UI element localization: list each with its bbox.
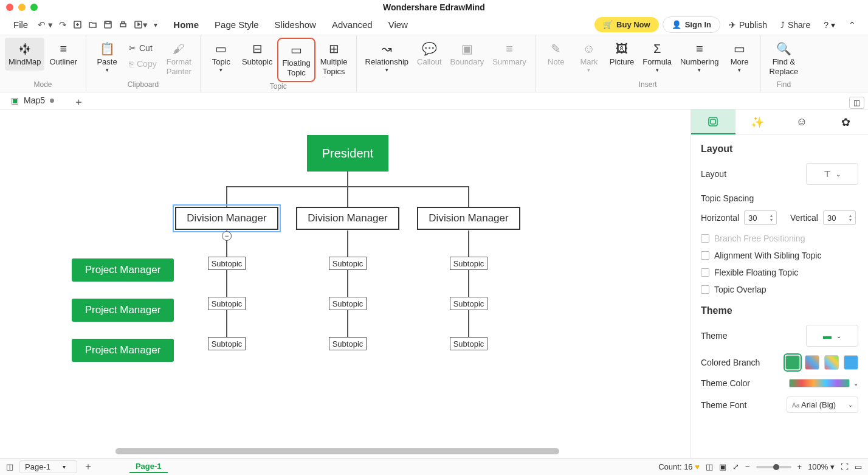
topic-button[interactable]: ▭Topic▾: [205, 38, 237, 77]
node-floating-2[interactable]: Project Manager: [72, 299, 174, 322]
find-replace-button[interactable]: 🔍Find & Replace: [766, 38, 802, 80]
node-root[interactable]: President: [307, 135, 388, 172]
fullscreen-button[interactable]: ⛶: [841, 462, 849, 471]
new-button[interactable]: [73, 20, 82, 29]
tab-view[interactable]: View: [382, 17, 414, 32]
zoom-thumb[interactable]: [773, 464, 779, 470]
spinner-arrows[interactable]: ▴▾: [849, 213, 852, 222]
undo-button[interactable]: ↶ ▾: [38, 19, 53, 30]
align-sibling-checkbox[interactable]: Alignment With Sibling Topic: [701, 251, 858, 260]
flexible-floating-checkbox[interactable]: Flexible Floating Topic: [701, 268, 858, 277]
node-division-2[interactable]: Division Manager: [296, 207, 399, 230]
node-subtopic[interactable]: Subtopic: [329, 297, 367, 310]
mark-button[interactable]: ☺Mark▾: [573, 38, 605, 77]
floating-topic-button[interactable]: ▭Floating Topic: [277, 38, 315, 82]
file-menu[interactable]: File: [7, 17, 34, 32]
outliner-button[interactable]: ≡Outliner: [46, 38, 81, 71]
vertical-spinner[interactable]: 30▴▾: [823, 210, 856, 225]
view-mode-2[interactable]: ▣: [719, 462, 726, 471]
paste-button[interactable]: 📋Paste▾: [91, 38, 123, 77]
more-button[interactable]: ▭More▾: [724, 38, 756, 77]
node-subtopic[interactable]: Subtopic: [329, 257, 367, 270]
side-tab-icons[interactable]: ☺: [780, 109, 824, 134]
theme-font-select[interactable]: Aa Arial (Big)⌄: [787, 397, 858, 413]
close-window[interactable]: [6, 4, 13, 11]
add-page-button[interactable]: ＋: [83, 460, 93, 473]
swatch-3[interactable]: [824, 355, 839, 370]
zoom-out-button[interactable]: −: [745, 462, 750, 471]
spinner-arrows[interactable]: ▴▾: [770, 213, 773, 222]
side-tab-clipart[interactable]: ✿: [824, 109, 868, 134]
minimize-panel-button[interactable]: ▭: [855, 462, 862, 471]
tab-page-style[interactable]: Page Style: [208, 17, 265, 32]
topic-overlap-checkbox[interactable]: Topic Overlap: [701, 285, 858, 294]
node-subtopic[interactable]: Subtopic: [450, 297, 487, 310]
zoom-slider[interactable]: [756, 466, 791, 468]
export-button[interactable]: ▾: [134, 19, 148, 30]
minimize-window[interactable]: [18, 4, 26, 11]
swatch-4[interactable]: [844, 355, 858, 370]
page-view-icon[interactable]: ◫: [6, 462, 13, 471]
swatch-2[interactable]: [805, 355, 819, 370]
share-button[interactable]: ⤴Share: [776, 20, 815, 30]
panel-toggle[interactable]: ◫: [849, 97, 864, 109]
sign-in-button[interactable]: 👤Sign In: [663, 16, 720, 33]
buy-now-button[interactable]: 🛒Buy Now: [594, 17, 659, 32]
zoom-in-button[interactable]: +: [797, 462, 802, 471]
canvas[interactable]: President Division Manager Division Mana…: [0, 109, 691, 458]
formula-button[interactable]: ΣFormula▾: [639, 38, 675, 77]
branch-free-checkbox[interactable]: Branch Free Positioning: [701, 234, 858, 243]
node-division-1[interactable]: Division Manager: [175, 207, 278, 230]
side-tab-style[interactable]: ✨: [735, 109, 780, 134]
theme-color-select[interactable]: ⌄: [789, 379, 858, 387]
maximize-window[interactable]: [30, 4, 38, 11]
layout-select[interactable]: ⊤⌄: [806, 163, 858, 185]
numbering-button[interactable]: ≡Numbering▾: [677, 38, 723, 77]
node-subtopic[interactable]: Subtopic: [208, 337, 246, 350]
callout-button[interactable]: 💬Callout: [413, 38, 445, 71]
node-floating-3[interactable]: Project Manager: [72, 339, 174, 362]
node-subtopic[interactable]: Subtopic: [450, 337, 487, 350]
document-tab[interactable]: ▣ Map5: [5, 93, 66, 109]
subtopic-button[interactable]: ⊟Subtopic: [238, 38, 277, 71]
relationship-button[interactable]: ↝Relationship▾: [362, 38, 413, 77]
horizontal-scrollbar[interactable]: [115, 448, 559, 454]
note-button[interactable]: ✎Note: [540, 38, 572, 71]
print-button[interactable]: [119, 20, 128, 29]
collapse-handle[interactable]: −: [222, 231, 232, 241]
zoom-value[interactable]: 100% ▾: [808, 462, 835, 471]
boundary-button[interactable]: ▣Boundary: [447, 38, 488, 71]
swatch-1[interactable]: [785, 355, 800, 370]
view-mode-1[interactable]: ◫: [706, 462, 713, 471]
tab-advanced[interactable]: Advanced: [326, 17, 379, 32]
redo-button[interactable]: ↷: [59, 19, 67, 30]
open-button[interactable]: [88, 20, 97, 29]
cut-button[interactable]: ✂Cut: [124, 41, 162, 55]
horizontal-spinner[interactable]: 30▴▾: [744, 210, 777, 225]
publish-button[interactable]: ✈Publish: [724, 20, 772, 30]
scroll-thumb[interactable]: [115, 448, 559, 454]
node-division-3[interactable]: Division Manager: [417, 207, 520, 230]
format-painter-button[interactable]: 🖌Format Painter: [163, 38, 195, 80]
theme-select[interactable]: ▬⌄: [806, 325, 858, 347]
node-subtopic[interactable]: Subtopic: [329, 337, 367, 350]
qat-customize[interactable]: ▾: [154, 21, 157, 29]
tab-home[interactable]: Home: [167, 17, 205, 32]
picture-button[interactable]: 🖼Picture: [606, 38, 638, 71]
save-button[interactable]: [103, 20, 112, 29]
multiple-topics-button[interactable]: ⊞Multiple Topics: [317, 38, 351, 80]
node-subtopic[interactable]: Subtopic: [208, 297, 246, 310]
fit-page-button[interactable]: ⤢: [732, 462, 739, 471]
tab-slideshow[interactable]: Slideshow: [269, 17, 322, 32]
add-tab-button[interactable]: ＋: [69, 95, 89, 109]
node-floating-1[interactable]: Project Manager: [72, 258, 174, 282]
mindmap-button[interactable]: ᠅MindMap: [5, 38, 44, 71]
collapse-ribbon[interactable]: ⌃: [844, 20, 861, 30]
node-subtopic[interactable]: Subtopic: [208, 257, 246, 270]
summary-button[interactable]: ≡Summary: [489, 38, 530, 71]
copy-button[interactable]: ⎘Copy: [124, 57, 162, 71]
node-subtopic[interactable]: Subtopic: [450, 257, 487, 270]
page-selector[interactable]: Page-1▾: [19, 460, 77, 473]
side-tab-layout[interactable]: [691, 109, 735, 134]
page-tab[interactable]: Page-1: [129, 460, 168, 473]
